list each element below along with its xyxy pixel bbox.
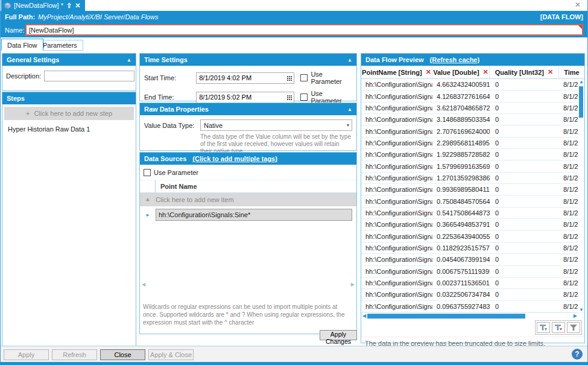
help-icon[interactable]: ?: [572, 349, 583, 360]
point-name-input[interactable]: hh:\Configuration\Signals:Sine*: [156, 209, 352, 221]
collapse-icon[interactable]: ▲: [127, 57, 131, 63]
add-step-button[interactable]: + Click here to add new step: [4, 107, 134, 120]
steps-panel: Steps + Click here to add new step Hyper…: [2, 92, 136, 365]
cell-value: 0.0322506734784369: [432, 291, 490, 298]
tab-parameters-label: Parameters: [43, 42, 77, 49]
scroll-right-icon[interactable]: ▶: [351, 282, 355, 288]
cell-quality: 0: [490, 256, 559, 263]
add-multiple-tags-link[interactable]: (Click to add multiple tags): [192, 155, 277, 162]
column-timestamp[interactable]: Time: [559, 66, 584, 78]
table-row[interactable]: hh:\Configuration\Signals:Sine 2.2989568…: [361, 138, 584, 149]
scroll-right-icon[interactable]: ▶: [574, 313, 577, 319]
table-row[interactable]: hh:\Configuration\Signals:Sine 3.6218704…: [361, 103, 584, 114]
filter-button[interactable]: [567, 322, 580, 333]
remove-column-icon[interactable]: ✕: [548, 68, 553, 76]
close-button[interactable]: Close: [100, 349, 145, 360]
tab-close-icon[interactable]: ✕: [75, 2, 80, 10]
cell-value: 4.12683727616646: [432, 93, 490, 100]
window-close-icon[interactable]: ✕: [575, 1, 581, 9]
vscroll-thumb[interactable]: [579, 86, 583, 118]
description-input[interactable]: [44, 71, 134, 81]
table-row[interactable]: hh:\Configuration\Signals:Sine 1.5799699…: [361, 160, 584, 172]
cell-pointname: hh:\Configuration\Signals:Sine: [361, 128, 432, 135]
column-quality[interactable]: Quality [UInt32] ✕: [490, 66, 559, 78]
date-picker-icon[interactable]: [287, 76, 292, 81]
start-time-input[interactable]: [196, 72, 294, 84]
apply-and-close-button[interactable]: Apply & Close: [148, 349, 194, 360]
cell-quality: 0: [490, 186, 559, 193]
end-use-parameter-checkbox[interactable]: [300, 94, 308, 101]
column-pointname-label: PointName [String]: [362, 69, 422, 76]
cell-value: 0.541750864487327: [432, 209, 490, 217]
add-point-button[interactable]: + Click here to add new item: [140, 193, 356, 206]
table-row[interactable]: hh:\Configuration\Signals:Sine 0.1182923…: [361, 243, 584, 254]
hscroll-thumb[interactable]: [367, 314, 525, 319]
cell-pointname: hh:\Configuration\Signals:Sine: [361, 81, 432, 88]
value-data-type-select[interactable]: Native ▾: [200, 119, 352, 131]
pivot-remove-button[interactable]: [552, 322, 565, 333]
date-picker-icon[interactable]: [287, 95, 292, 100]
scroll-left-icon[interactable]: ◀: [362, 313, 366, 319]
table-row[interactable]: hh:\Configuration\Signals:Sine 0.3665494…: [361, 219, 584, 230]
row-expander-icon[interactable]: ▸: [140, 212, 156, 218]
column-pointname[interactable]: PointName [String] ✕: [361, 66, 432, 78]
collapse-icon[interactable]: ▲: [347, 107, 352, 112]
sources-use-parameter-checkbox[interactable]: [144, 169, 151, 176]
name-input[interactable]: [25, 24, 583, 36]
dropdown-arrow-icon: ▾: [347, 122, 349, 128]
column-quality-label: Quality [UInt32]: [495, 69, 544, 76]
cell-value: 0.118292351575768: [432, 244, 490, 252]
scroll-down-icon[interactable]: ▼: [579, 307, 584, 313]
cell-pointname: hh:\Configuration\Signals:Sine: [361, 291, 432, 298]
cell-quality: 0: [490, 151, 559, 158]
refresh-button[interactable]: Refresh: [52, 349, 97, 360]
table-row[interactable]: hh:\Configuration\Signals:Sine 0.0963755…: [361, 301, 584, 313]
cell-pointname: hh:\Configuration\Signals:Sine: [361, 139, 432, 147]
general-settings-panel: General Settings ▲ Description:: [2, 53, 136, 91]
cell-value: 0.0023711536501736: [432, 279, 490, 287]
table-row[interactable]: hh:\Configuration\Signals:Sine 1.2701359…: [361, 173, 584, 184]
end-time-input[interactable]: [196, 92, 294, 103]
preview-vscrollbar[interactable]: ▲ ▼: [578, 79, 584, 313]
table-row[interactable]: hh:\Configuration\Signals:Sine 0.9936989…: [361, 184, 584, 195]
cell-value: 4.66324324005918: [432, 81, 490, 88]
column-value[interactable]: Value [Double] ✕: [432, 66, 490, 78]
start-use-parameter-checkbox[interactable]: [300, 74, 308, 81]
table-row[interactable]: hh:\Configuration\Signals:Sine 4.1268372…: [361, 90, 584, 102]
cell-value: 0.0454067399194145: [432, 256, 490, 263]
table-row[interactable]: hh:\Configuration\Signals:Sine 0.0454067…: [361, 254, 584, 265]
table-row[interactable]: hh:\Configuration\Signals:Sine 0.0023711…: [361, 278, 584, 289]
preview-hscrollbar[interactable]: ◀ ▶: [361, 313, 584, 319]
cell-pointname: hh:\Configuration\Signals:Sine: [361, 93, 432, 100]
table-row[interactable]: hh:\Configuration\Signals:Sine 2.7076169…: [361, 125, 584, 137]
collapse-icon[interactable]: ▲: [347, 57, 352, 63]
table-row[interactable]: hh:\Configuration\Signals:Sine 0.7508484…: [361, 195, 584, 207]
apply-button[interactable]: Apply: [4, 349, 49, 360]
full-path-bar: Full Path: MyProject/AnalytiX/BI Server/…: [0, 11, 588, 22]
preview-header: Data Flow Preview (Refresh cache): [361, 54, 584, 66]
modified-flag-icon: [578, 25, 582, 29]
table-row[interactable]: hh:\Configuration\Signals:Sine 0.0067575…: [361, 266, 584, 278]
pivot-add-button[interactable]: [537, 322, 550, 333]
scroll-up-icon[interactable]: ▲: [579, 79, 584, 84]
table-row[interactable]: hh:\Configuration\Signals:Sine 0.2253643…: [361, 230, 584, 242]
refresh-cache-link[interactable]: (Refresh cache): [430, 56, 480, 63]
points-hscrollbar[interactable]: ◀ ▶: [142, 282, 355, 288]
apply-changes-button[interactable]: Apply Changes: [320, 330, 357, 340]
remove-column-icon[interactable]: ✕: [483, 68, 488, 76]
table-row[interactable]: hh:\Configuration\Signals:Sine 3.1486889…: [361, 114, 584, 125]
table-row[interactable]: hh:\Configuration\Signals:Sine 0.0322506…: [361, 289, 584, 300]
table-row[interactable]: hh:\Configuration\Signals:Sine 4.6632432…: [361, 79, 584, 90]
navigate-up-icon[interactable]: ⇧: [66, 2, 72, 10]
remove-column-icon[interactable]: ✕: [426, 68, 431, 76]
table-row[interactable]: hh:\Configuration\Signals:Sine 0.5417508…: [361, 208, 584, 219]
start-time-label: Start Time:: [144, 74, 196, 81]
tab-data-flow[interactable]: Data Flow: [1, 39, 43, 51]
general-settings-header: General Settings ▲: [2, 54, 136, 66]
scroll-left-icon[interactable]: ◀: [142, 282, 145, 288]
document-tab-newdataflow[interactable]: [NewDataFlow] * ⇧ ✕: [1, 0, 85, 11]
table-row[interactable]: hh:\Configuration\Signals:Sine 1.9229885…: [361, 149, 584, 160]
step-item[interactable]: Hyper Historian Raw Data 1: [2, 120, 136, 138]
preview-title: Data Flow Preview: [365, 56, 424, 63]
tab-parameters[interactable]: Parameters: [37, 40, 83, 51]
